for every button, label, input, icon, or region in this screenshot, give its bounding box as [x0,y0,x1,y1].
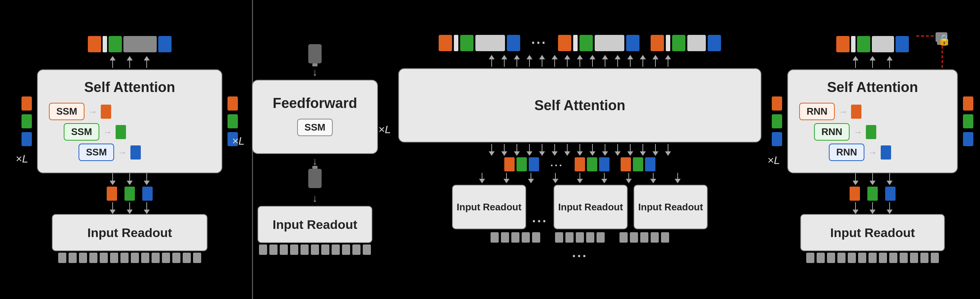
panel4-left-tokens [772,96,782,146]
panel3-readout-2-label: Input Readout [558,201,623,213]
panel2-readout-label: Input Readout [273,217,358,232]
panel3-xl: ×L [378,123,391,136]
panel4-readout-label: Input Readout [830,225,915,240]
device-icon-top [308,44,321,64]
device-icon-bottom [308,169,321,188]
panel1-left-tokens [21,96,32,146]
panel3-arrows-to-readouts [479,173,681,183]
token-gray-1 [123,36,157,52]
panel1-sub-blocks: SSM → SSM → SSM → [38,99,221,167]
panel4-main-block: Self Attention RNN → RNN → RNN [788,69,958,173]
arrow-up-1 [110,56,116,68]
panel2-arrow-down: ↓ [312,66,318,78]
ssm-block-3: SSM [78,144,114,161]
panel1-title: Self Attention [77,76,183,99]
panel4-arrows-to-readout [853,202,892,214]
panel3-teeth-row [490,231,669,243]
panel3-readout-row: Input Readout ··· Input Readout Input Re… [452,185,708,229]
panel2-device-top [308,44,321,64]
panel-feedforward: ↓ Feedforward SSM ×L ↓ ↓ Inp [226,44,382,255]
panel4-inner: 🔒 [788,36,958,263]
panel3-readout-3: Input Readout [633,185,708,229]
panel2-main-block: Feedforward SSM ×L [252,80,378,154]
panel-rnn-self-attention: 🔒 [771,36,963,263]
panel1-arrows-down [110,173,150,185]
panel4-teeth [806,253,939,263]
panel4-title: Self Attention [819,76,926,99]
panel2-title: Feedforward [265,92,364,115]
token-blue-1 [158,36,172,52]
token-orange-1 [88,36,101,52]
svg-text:🔒: 🔒 [938,34,951,46]
panel1-mid-tokens [107,187,153,201]
panel4-arrows-up [853,56,892,68]
panel4-xl: ×L [767,154,780,166]
panel3-arrows-down [489,144,671,156]
rnn-block-3: RNN [829,144,864,161]
ssm-block-2: SSM [64,123,99,141]
ssm-ff-block: SSM [297,119,333,136]
panel3-readout-3-label: Input Readout [638,201,703,213]
panel4-sub-blocks: RNN → RNN → RNN → [788,99,957,167]
left-token-orange [21,96,32,110]
diagram-container: Self Attention SSM → SSM → SS [0,0,980,299]
panel3-readout-1: Input Readout [452,185,526,229]
panel2-xl: ×L [232,135,245,147]
panel3-main-block: Self Attention ×L [398,68,761,142]
panel1-readout-label: Input Readout [88,225,172,240]
panel3-dots-bottom: ··· [572,249,588,264]
panel4-top-area: 🔒 [836,36,909,52]
panel2-teeth [259,245,371,255]
panel3-dots-mid: ··· [532,214,547,229]
panel1-main-block: Self Attention SSM → SSM → SS [37,69,222,173]
panel-ssm-self-attention: Self Attention SSM → SSM → SS [11,36,226,263]
panel1-token-bar [88,36,172,52]
left-token-green [21,114,32,128]
left-token-blue [21,132,32,146]
panel-wide-self-attention: ··· [382,35,771,264]
panel3-mid-tokens: ··· [504,157,655,171]
panel3-top-tokens: ··· [439,35,721,51]
panel4-arrows-down [853,173,892,185]
panel3-title: Self Attention [527,94,633,117]
panel1-readout: Input Readout [52,214,207,251]
arrow-up-2 [127,56,133,68]
panel2-sub-blocks: SSM [253,115,377,142]
panel2-readout: Input Readout [258,206,372,243]
panel3-inner: ··· [398,35,761,264]
panel1-arrows-up [110,56,150,68]
panel1-arrows-to-readout [110,202,150,214]
token-green-1 [108,36,122,52]
panel3-dots-top: ··· [531,35,547,51]
panel4-mid-tokens [850,187,896,201]
panel3-readout-2: Input Readout [554,185,628,229]
panel4-readout: Input Readout [800,214,945,251]
panel1-teeth [58,253,201,263]
token-white-1 [103,36,107,52]
panel2-inner: ↓ Feedforward SSM ×L ↓ ↓ Inp [252,44,378,255]
panel2-arrow-down3: ↓ [312,192,318,205]
panel3-arrows-up [489,55,671,67]
rnn-block-2: RNN [814,123,850,141]
panel4-right-tokens [963,96,973,146]
panel1-xl: ×L [16,152,28,165]
rnn-block-1: RNN [799,103,835,120]
arrow-up-3 [144,56,150,68]
panel1-inner: Self Attention SSM → SSM → SS [37,36,222,263]
ssm-block-1: SSM [49,103,84,120]
panel3-readout-1-label: Input Readout [457,201,522,213]
